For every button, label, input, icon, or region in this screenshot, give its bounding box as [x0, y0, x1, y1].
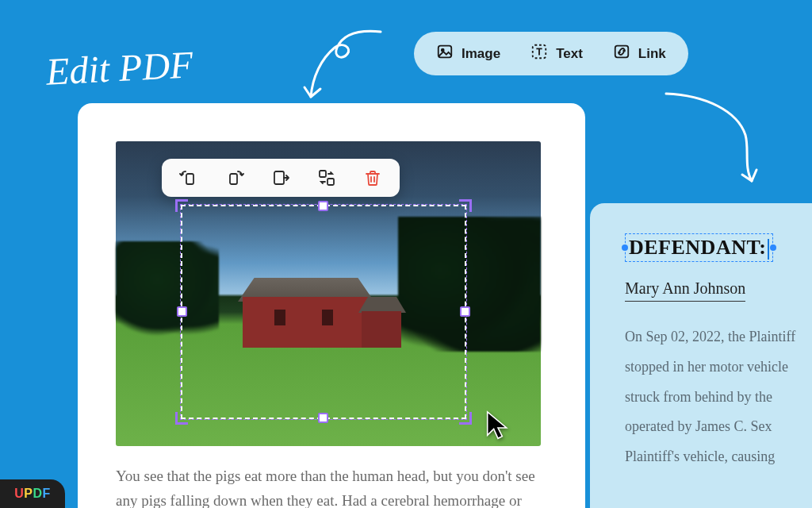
edit-toolbar: Image Text Link: [414, 32, 688, 75]
tool-text-label: Text: [556, 46, 583, 62]
extract-image-button[interactable]: [271, 168, 290, 187]
image-edit-toolbar: [162, 159, 400, 197]
updf-logo: UPDF: [0, 479, 65, 508]
logo-letter: U: [14, 487, 24, 501]
image-icon: [436, 43, 454, 64]
link-icon: [613, 43, 630, 64]
svg-rect-4: [186, 174, 193, 184]
crop-handle[interactable]: [318, 201, 328, 211]
text-caret: [768, 239, 769, 260]
image-crop-selection[interactable]: [181, 205, 466, 419]
crop-handle[interactable]: [460, 306, 470, 317]
logo-letter: F: [43, 487, 51, 501]
crop-handle[interactable]: [459, 412, 472, 425]
svg-rect-5: [230, 174, 237, 184]
crop-handle[interactable]: [177, 306, 187, 317]
text-icon: [530, 43, 548, 64]
mouse-cursor-icon: [485, 410, 511, 440]
tool-image-label: Image: [462, 46, 500, 62]
panel-paragraph: On Sep 02, 2022, the Plaintiff stopped i…: [625, 322, 812, 472]
tool-link[interactable]: Link: [613, 43, 666, 64]
document-image[interactable]: [116, 141, 541, 446]
arrow-to-panel: [658, 87, 769, 190]
delete-image-button[interactable]: [363, 168, 382, 187]
logo-letter: D: [33, 487, 42, 501]
defendant-name: Mary Ann Johnson: [625, 279, 745, 302]
rotate-right-button[interactable]: [225, 168, 244, 187]
svg-rect-3: [615, 46, 629, 58]
crop-handle[interactable]: [459, 199, 472, 212]
svg-rect-7: [320, 171, 326, 177]
svg-rect-8: [327, 179, 334, 185]
heading-text: DEFENDANT:: [629, 236, 767, 259]
text-edit-panel: DEFENDANT: Mary Ann Johnson On Sep 02, 2…: [590, 203, 812, 508]
arrow-to-document: [293, 25, 389, 105]
page-title: Edit PDF: [45, 42, 194, 94]
replace-image-button[interactable]: [317, 168, 336, 187]
selection-handle[interactable]: [622, 244, 628, 251]
document-body-text: You see that the pigs eat more than the …: [116, 464, 547, 508]
crop-handle[interactable]: [175, 412, 188, 425]
tool-image[interactable]: Image: [436, 43, 500, 64]
selection-handle[interactable]: [770, 244, 776, 251]
tool-text[interactable]: Text: [530, 43, 583, 64]
crop-handle[interactable]: [318, 413, 328, 423]
rotate-left-button[interactable]: [179, 168, 198, 187]
logo-letter: P: [24, 487, 33, 501]
document-card: You see that the pigs eat more than the …: [78, 103, 585, 508]
tool-link-label: Link: [638, 46, 666, 62]
crop-handle[interactable]: [175, 199, 188, 212]
editing-text-box[interactable]: DEFENDANT:: [625, 233, 773, 262]
svg-rect-6: [274, 171, 284, 184]
